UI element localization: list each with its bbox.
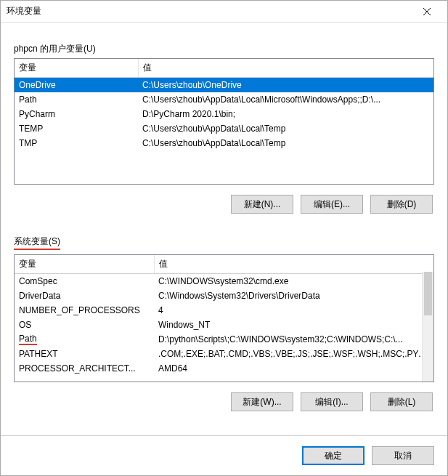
sys-scrollbar[interactable] <box>422 272 433 382</box>
cell-var: Path <box>15 332 154 347</box>
cell-val: C:\Users\zhoub\AppData\Local\Temp <box>138 121 433 136</box>
user-delete-button[interactable]: 删除(D) <box>370 195 433 214</box>
table-row[interactable]: PATHEXT.COM;.EXE;.BAT;.CMD;.VBS;.VBE;.JS… <box>15 347 433 361</box>
user-vars-table[interactable]: 变量 值 OneDriveC:\Users\zhoub\OneDrivePath… <box>15 59 433 150</box>
user-vars-table-wrap: 变量 值 OneDriveC:\Users\zhoub\OneDrivePath… <box>14 58 434 185</box>
sys-vars-table[interactable]: 变量 值 ComSpecC:\WINDOWS\system32\cmd.exeD… <box>15 255 433 376</box>
cell-var: TEMP <box>15 121 138 136</box>
table-row[interactable]: DriverDataC:\Windows\System32\Drivers\Dr… <box>15 289 433 303</box>
user-vars-buttons: 新建(N)... 编辑(E)... 删除(D) <box>14 195 433 214</box>
table-row[interactable]: PathD:\python\Scripts\;C:\WINDOWS\system… <box>15 332 433 347</box>
table-row[interactable]: PathC:\Users\zhoub\AppData\Local\Microso… <box>15 92 433 107</box>
sys-vars-table-wrap: 变量 值 ComSpecC:\WINDOWS\system32\cmd.exeD… <box>14 254 434 382</box>
table-row[interactable]: TMPC:\Users\zhoub\AppData\Local\Temp <box>15 136 433 150</box>
cell-var: DriverData <box>15 289 154 303</box>
scrollbar-thumb[interactable] <box>424 272 432 315</box>
user-vars-label: phpcn 的用户变量(U) <box>14 43 434 55</box>
user-col-var[interactable]: 变量 <box>15 59 138 78</box>
sys-col-val[interactable]: 值 <box>154 255 433 274</box>
cell-val: C:\Users\zhoub\AppData\Local\Temp <box>138 136 433 150</box>
cell-val: C:\WINDOWS\system32\cmd.exe <box>154 274 433 289</box>
user-new-button[interactable]: 新建(N)... <box>231 195 293 214</box>
cell-val: D:\python\Scripts\;C:\WINDOWS\system32;C… <box>154 332 433 347</box>
cell-var: OneDrive <box>15 78 138 92</box>
table-row[interactable]: NUMBER_OF_PROCESSORS4 <box>15 303 433 318</box>
cell-val: .COM;.EXE;.BAT;.CMD;.VBS;.VBE;.JS;.JSE;.… <box>154 347 433 361</box>
cell-var: ComSpec <box>15 274 154 289</box>
cell-val: AMD64 <box>154 361 433 376</box>
close-icon <box>423 8 431 15</box>
user-edit-button[interactable]: 编辑(E)... <box>301 195 363 214</box>
table-row[interactable]: TEMPC:\Users\zhoub\AppData\Local\Temp <box>15 121 433 136</box>
env-var-dialog: 环境变量 phpcn 的用户变量(U) 变量 值 OneDriveC:\User… <box>0 0 448 476</box>
cell-var: PATHEXT <box>15 347 154 361</box>
cell-var: Path <box>15 92 138 107</box>
ok-button[interactable]: 确定 <box>302 446 364 465</box>
titlebar: 环境变量 <box>1 1 447 23</box>
cell-var: PyCharm <box>15 107 138 121</box>
cell-var: TMP <box>15 136 138 150</box>
cell-var: PROCESSOR_ARCHITECT... <box>15 361 154 376</box>
table-row[interactable]: ComSpecC:\WINDOWS\system32\cmd.exe <box>15 274 433 289</box>
sys-edit-button[interactable]: 编辑(I)... <box>301 392 363 411</box>
cell-val: C:\Windows\System32\Drivers\DriverData <box>154 289 433 303</box>
cell-val: C:\Users\zhoub\OneDrive <box>138 78 433 92</box>
dialog-bottom-bar: 确定 取消 <box>1 435 447 475</box>
sys-vars-label: 系统变量(S) <box>14 235 434 250</box>
cell-val: D:\PyCharm 2020.1\bin; <box>138 107 433 121</box>
sys-vars-buttons: 新建(W)... 编辑(I)... 删除(L) <box>14 392 433 411</box>
table-row[interactable]: PROCESSOR_ARCHITECT...AMD64 <box>15 361 433 376</box>
cell-var: OS <box>15 318 154 332</box>
cell-var: NUMBER_OF_PROCESSORS <box>15 303 154 318</box>
sys-col-var[interactable]: 变量 <box>15 255 154 274</box>
table-row[interactable]: OneDriveC:\Users\zhoub\OneDrive <box>15 78 433 92</box>
cancel-button[interactable]: 取消 <box>372 446 434 465</box>
sys-delete-button[interactable]: 删除(L) <box>370 392 433 411</box>
table-row[interactable]: OSWindows_NT <box>15 318 433 332</box>
cell-val: Windows_NT <box>154 318 433 332</box>
table-row[interactable]: PyCharmD:\PyCharm 2020.1\bin; <box>15 107 433 121</box>
user-col-val[interactable]: 值 <box>138 59 433 78</box>
sys-new-button[interactable]: 新建(W)... <box>231 392 293 411</box>
cell-val: 4 <box>154 303 433 318</box>
close-button[interactable] <box>412 1 441 22</box>
dialog-content: phpcn 的用户变量(U) 变量 值 OneDriveC:\Users\zho… <box>1 23 447 435</box>
cell-val: C:\Users\zhoub\AppData\Local\Microsoft\W… <box>138 92 433 107</box>
window-title: 环境变量 <box>7 5 412 17</box>
